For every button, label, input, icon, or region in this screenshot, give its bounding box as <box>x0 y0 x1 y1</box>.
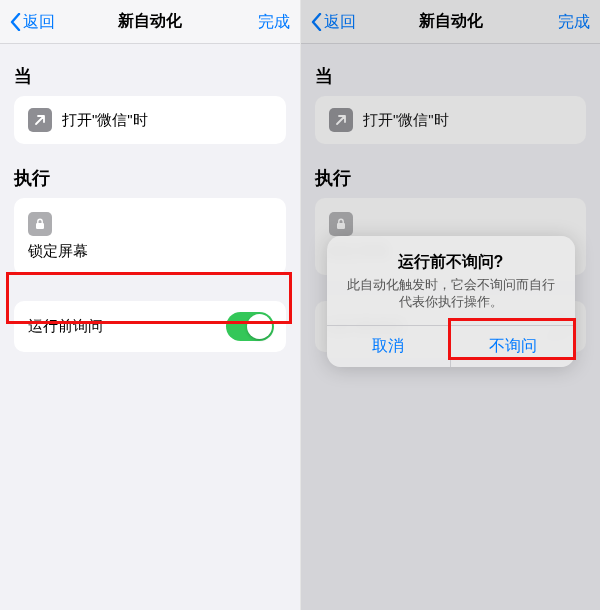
do-header: 执行 <box>14 166 286 190</box>
done-label: 完成 <box>258 12 290 33</box>
when-card-label: 打开"微信"时 <box>62 111 148 130</box>
alert-cancel-label: 取消 <box>372 336 404 357</box>
alert-title: 运行前不询问? <box>343 252 559 273</box>
alert-confirm-label: 不询问 <box>489 336 537 357</box>
done-button[interactable]: 完成 <box>248 0 300 44</box>
chevron-left-icon <box>10 13 21 31</box>
navbar: 返回 新自动化 完成 <box>0 0 300 44</box>
open-app-icon <box>28 108 52 132</box>
page-title: 新自动化 <box>118 11 182 32</box>
back-button[interactable]: 返回 <box>0 0 65 44</box>
phone-right: 返回 新自动化 完成 当 打开"微信"时 执行 锁定屏幕 运行前询问 <box>300 0 600 610</box>
alert-message: 此自动化触发时，它会不询问而自行代表你执行操作。 <box>343 277 559 311</box>
alert-confirm-button[interactable]: 不询问 <box>450 326 575 367</box>
alert-cancel-button[interactable]: 取消 <box>327 326 451 367</box>
ask-toggle-row: 运行前询问 <box>14 301 286 352</box>
back-label: 返回 <box>23 12 55 33</box>
phone-left: 返回 新自动化 完成 当 打开"微信"时 执行 锁定屏幕 运行前询问 <box>0 0 300 610</box>
alert-buttons: 取消 不询问 <box>327 325 575 367</box>
when-header: 当 <box>14 64 286 88</box>
do-card[interactable]: 锁定屏幕 <box>14 198 286 275</box>
ask-toggle-label: 运行前询问 <box>28 317 103 336</box>
lock-icon <box>28 212 52 236</box>
do-card-label: 锁定屏幕 <box>28 242 88 261</box>
when-card[interactable]: 打开"微信"时 <box>14 96 286 144</box>
content: 当 打开"微信"时 执行 锁定屏幕 运行前询问 <box>0 44 300 352</box>
confirm-alert: 运行前不询问? 此自动化触发时，它会不询问而自行代表你执行操作。 取消 不询问 <box>327 236 575 367</box>
svg-rect-0 <box>36 223 44 229</box>
ask-toggle-switch[interactable] <box>226 312 274 341</box>
alert-body: 运行前不询问? 此自动化触发时，它会不询问而自行代表你执行操作。 <box>327 236 575 325</box>
